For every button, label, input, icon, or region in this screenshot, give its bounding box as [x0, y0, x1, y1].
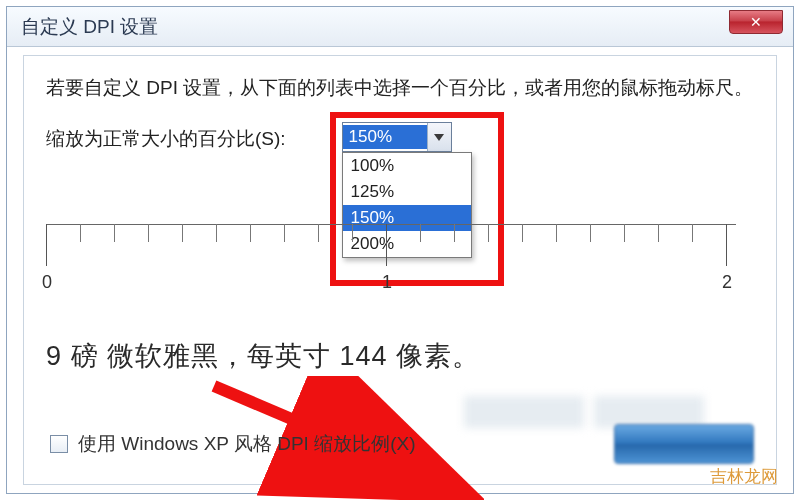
- close-icon: ✕: [750, 14, 762, 30]
- dialog-content: 若要自定义 DPI 设置，从下面的列表中选择一个百分比，或者用您的鼠标拖动标尺。…: [23, 55, 777, 485]
- ruler-tick-minor: [182, 224, 183, 242]
- option-100[interactable]: 100%: [343, 153, 471, 179]
- ruler-tick-minor: [522, 224, 523, 242]
- ruler-label-0: 0: [42, 272, 52, 293]
- chevron-down-icon: [434, 134, 444, 141]
- close-button[interactable]: ✕: [729, 10, 783, 34]
- ruler-tick-minor: [556, 224, 557, 242]
- ruler-tick-minor: [624, 224, 625, 242]
- ruler-tick-minor: [420, 224, 421, 242]
- ruler-tick-minor: [318, 224, 319, 242]
- ruler[interactable]: 0 1 2: [46, 218, 736, 308]
- scale-combobox[interactable]: 150%: [342, 122, 452, 152]
- ruler-tick-minor: [692, 224, 693, 242]
- ruler-tick-major: [726, 224, 727, 266]
- scale-label: 缩放为正常大小的百分比(S):: [46, 122, 286, 152]
- ruler-tick-minor: [454, 224, 455, 242]
- ruler-tick-minor: [250, 224, 251, 242]
- ruler-tick-minor: [658, 224, 659, 242]
- ruler-tick-minor: [488, 224, 489, 242]
- ruler-tick-major: [386, 224, 387, 266]
- ruler-tick-minor: [114, 224, 115, 242]
- ruler-tick-minor: [590, 224, 591, 242]
- ruler-label-2: 2: [722, 272, 732, 293]
- ruler-tick-minor: [284, 224, 285, 242]
- dialog-window: 自定义 DPI 设置 ✕ 若要自定义 DPI 设置，从下面的列表中选择一个百分比…: [6, 6, 794, 494]
- ruler-tick-minor: [352, 224, 353, 242]
- ruler-line: [46, 224, 736, 225]
- instruction-text: 若要自定义 DPI 设置，从下面的列表中选择一个百分比，或者用您的鼠标拖动标尺。: [46, 72, 754, 104]
- watermark: 吉林龙网: [710, 465, 778, 488]
- ruler-label-1: 1: [382, 272, 392, 293]
- ruler-tick-major: [46, 224, 47, 266]
- ruler-tick-minor: [148, 224, 149, 242]
- ruler-tick-minor: [80, 224, 81, 242]
- bottom-row: 使用 Windows XP 风格 DPI 缩放比例(X): [50, 424, 754, 464]
- combo-wrap: 150% 100% 125% 150% 200%: [342, 122, 452, 152]
- titlebar: 自定义 DPI 设置 ✕: [7, 7, 793, 47]
- combo-dropdown-button[interactable]: [427, 123, 451, 151]
- scale-row: 缩放为正常大小的百分比(S): 150% 100% 125% 150% 200%: [46, 122, 754, 152]
- ruler-tick-minor: [216, 224, 217, 242]
- option-125[interactable]: 125%: [343, 179, 471, 205]
- xp-style-checkbox[interactable]: [50, 435, 68, 453]
- window-title: 自定义 DPI 设置: [21, 14, 158, 40]
- sample-text: 9 磅 微软雅黑，每英寸 144 像素。: [46, 338, 480, 374]
- xp-style-label: 使用 Windows XP 风格 DPI 缩放比例(X): [78, 432, 415, 457]
- ok-button[interactable]: [614, 424, 754, 464]
- combo-value: 150%: [343, 125, 427, 149]
